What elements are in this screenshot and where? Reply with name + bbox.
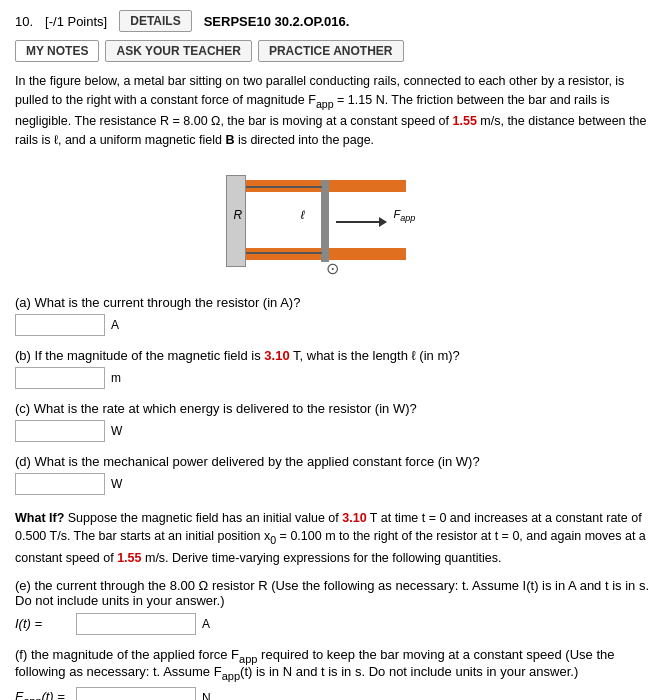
part-f-question: the magnitude of the applied force Fapp … <box>15 647 614 680</box>
part-f-eq-row: Fapp(t) = N <box>15 687 656 700</box>
part-b-letter: (b) <box>15 348 31 363</box>
part-d-input-row: W <box>15 473 656 495</box>
part-f-eq-label: Fapp(t) = <box>15 689 70 700</box>
part-d-unit: W <box>111 477 122 491</box>
part-a-input[interactable] <box>15 314 105 336</box>
my-notes-button[interactable]: MY NOTES <box>15 40 99 62</box>
part-b-question2: T, what is the length ℓ (in m)? <box>290 348 460 363</box>
part-c-question: What is the rate at which energy is deli… <box>34 401 417 416</box>
problem-header: 10. [-/1 Points] DETAILS SERPSE10 30.2.O… <box>15 10 656 32</box>
what-if-text1: Suppose the magnetic field has an initia… <box>68 511 342 525</box>
part-e-eq-label: I(t) = <box>15 616 70 631</box>
what-if-section: What If? Suppose the magnetic field has … <box>15 509 656 568</box>
ask-teacher-button[interactable]: ASK YOUR TEACHER <box>105 40 251 62</box>
ground-symbol: ⊙ <box>326 259 339 278</box>
part-d-question: What is the mechanical power delivered b… <box>35 454 480 469</box>
part-c-label: (c) What is the rate at which energy is … <box>15 401 656 416</box>
part-c-letter: (c) <box>15 401 30 416</box>
part-d-label: (d) What is the mechanical power deliver… <box>15 454 656 469</box>
part-e-label: (e) the current through the 8.00 Ω resis… <box>15 578 656 608</box>
force-arrow <box>336 215 396 229</box>
part-a-input-row: A <box>15 314 656 336</box>
part-e-letter: (e) <box>15 578 31 593</box>
part-c: (c) What is the rate at which energy is … <box>15 401 656 442</box>
part-b: (b) If the magnitude of the magnetic fie… <box>15 348 656 389</box>
r-label: R <box>234 208 243 222</box>
part-e-question: the current through the 8.00 Ω resistor … <box>15 578 649 608</box>
part-e-unit: A <box>202 617 210 631</box>
part-b-input-row: m <box>15 367 656 389</box>
problem-code: SERPSE10 30.2.OP.016. <box>204 14 350 29</box>
part-f-letter: (f) <box>15 647 27 662</box>
what-if-field: 3.10 <box>342 511 366 525</box>
circuit-diagram: R ℓ Fapp ⊙ <box>206 160 466 280</box>
part-b-question1: If the magnitude of the magnetic field i… <box>35 348 265 363</box>
wire-bottom <box>246 252 322 254</box>
speed-value: 1.55 <box>453 114 477 128</box>
what-if-title: What If? <box>15 511 64 525</box>
problem-description: In the figure below, a metal bar sitting… <box>15 72 656 150</box>
part-f-label: (f) the magnitude of the applied force F… <box>15 647 656 682</box>
part-a-letter: (a) <box>15 295 31 310</box>
part-a-label: (a) What is the current through the resi… <box>15 295 656 310</box>
part-a: (a) What is the current through the resi… <box>15 295 656 336</box>
problem-number: 10. <box>15 14 33 29</box>
wire-top <box>246 186 322 188</box>
part-d-input[interactable] <box>15 473 105 495</box>
l-label: ℓ <box>301 208 305 222</box>
what-if-text4: m/s. Derive time-varying expressions for… <box>142 551 502 565</box>
part-a-question: What is the current through the resistor… <box>35 295 301 310</box>
sliding-bar <box>321 180 329 262</box>
part-f-input[interactable] <box>76 687 196 700</box>
part-e-input[interactable] <box>76 613 196 635</box>
points-label: [-/1 Points] <box>45 14 107 29</box>
arrow-line <box>336 221 386 223</box>
fapp-label: Fapp <box>394 208 416 223</box>
part-b-label: (b) If the magnitude of the magnetic fie… <box>15 348 656 363</box>
part-e-eq-row: I(t) = A <box>15 613 656 635</box>
what-if-speed: 1.55 <box>117 551 141 565</box>
practice-another-button[interactable]: PRACTICE ANOTHER <box>258 40 404 62</box>
part-c-unit: W <box>111 424 122 438</box>
part-e: (e) the current through the 8.00 Ω resis… <box>15 578 656 635</box>
part-b-unit: m <box>111 371 121 385</box>
part-c-input-row: W <box>15 420 656 442</box>
part-f-unit: N <box>202 691 211 700</box>
action-buttons: MY NOTES ASK YOUR TEACHER PRACTICE ANOTH… <box>15 40 656 62</box>
part-f: (f) the magnitude of the applied force F… <box>15 647 656 700</box>
part-a-unit: A <box>111 318 119 332</box>
part-c-input[interactable] <box>15 420 105 442</box>
details-button[interactable]: DETAILS <box>119 10 191 32</box>
diagram-area: R ℓ Fapp ⊙ <box>15 160 656 280</box>
part-b-input[interactable] <box>15 367 105 389</box>
rail-bottom <box>226 248 406 260</box>
part-d: (d) What is the mechanical power deliver… <box>15 454 656 495</box>
part-b-field: 3.10 <box>264 348 289 363</box>
part-d-letter: (d) <box>15 454 31 469</box>
